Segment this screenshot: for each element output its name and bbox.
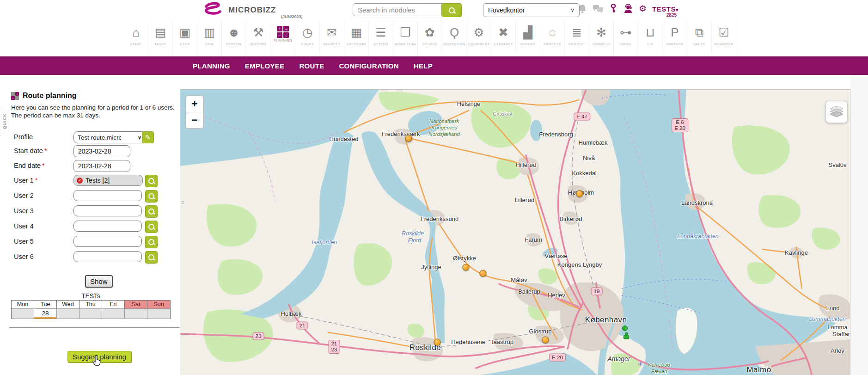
user-search-button[interactable] (145, 221, 158, 233)
calendar-day-cell[interactable] (12, 308, 34, 319)
start-date-input[interactable] (73, 145, 130, 157)
module-item[interactable]: PLANNING (271, 21, 295, 55)
module-icon: ⚙ (473, 23, 484, 42)
search-icon (449, 7, 455, 13)
user-search-button[interactable] (145, 205, 158, 218)
notifications-bell-icon[interactable] (578, 4, 587, 14)
calendar-day-cell[interactable] (102, 308, 125, 319)
edit-profile-button[interactable]: ✎ (142, 131, 154, 143)
zoom-in-button[interactable]: + (186, 96, 203, 112)
module-label: COURSE (422, 43, 438, 46)
module-icon: ✉ (327, 23, 337, 42)
module-item[interactable]: ☑ REMINDER (712, 21, 736, 55)
remove-user-icon[interactable] (77, 178, 83, 184)
menu-item[interactable]: HELP (414, 62, 433, 70)
calendar-day-cell[interactable]: 28 (34, 308, 57, 319)
user-field[interactable] (73, 221, 142, 232)
module-item[interactable]: ⚒ SUPPORT (246, 21, 271, 55)
user-field[interactable] (73, 251, 142, 262)
profile-select[interactable]: Test route.micrc ∨ (73, 131, 146, 143)
module-item[interactable]: Ϙ INSPECTION (442, 21, 467, 55)
module-item[interactable]: ◷ HOURS (295, 21, 320, 55)
menu-item[interactable]: EMPLOYEE (245, 62, 285, 70)
module-item[interactable]: ⚙ EQUIPMENT (467, 21, 491, 55)
module-item[interactable]: ≣ PROJECT (565, 21, 589, 55)
route-stop-marker[interactable] (576, 191, 583, 197)
user-search-button[interactable] (145, 190, 158, 203)
module-item[interactable]: ◌ PROCESS (540, 21, 565, 55)
profile-label: Profile (14, 133, 33, 141)
user-field[interactable]: Tests [2] (73, 175, 143, 186)
calendar-day-cell[interactable] (147, 308, 170, 319)
end-date-input[interactable] (73, 160, 130, 172)
module-item[interactable]: ▣ USER (173, 21, 197, 55)
user-field[interactable] (73, 236, 142, 247)
module-item[interactable]: ▟ REPORT (516, 21, 540, 55)
route-stop-marker[interactable] (434, 339, 441, 346)
module-icon: ◷ (302, 23, 313, 42)
support-agent-icon[interactable] (623, 4, 633, 14)
key-icon[interactable] (609, 4, 617, 14)
module-item[interactable]: ⌂ START (124, 21, 148, 55)
module-label: INSPECTION (443, 43, 465, 46)
module-label: EQUIPMENT (468, 43, 489, 46)
module-label: START (130, 43, 142, 46)
module-label: PROJECT (568, 43, 585, 46)
module-item[interactable]: ☰ SYSTEM (369, 21, 393, 55)
microbizz-logo-icon[interactable] (202, 2, 224, 19)
module-item[interactable]: ⊔ EDI (638, 21, 663, 55)
quick-tab[interactable]: QUICK (0, 106, 9, 136)
module-item[interactable]: ☻ PERSON (222, 21, 246, 55)
calendar-day-cell[interactable] (79, 308, 102, 319)
route-stop-marker[interactable] (480, 270, 487, 277)
search-icon (148, 209, 154, 215)
module-item[interactable]: ✻ CONNECT (589, 21, 614, 55)
route-stop-marker[interactable] (463, 264, 470, 271)
map-layers-button[interactable] (825, 101, 848, 123)
calendar-day-header: Sat (125, 301, 147, 308)
menu-item[interactable]: ROUTE (299, 62, 324, 70)
required-asterisk: * (34, 177, 38, 184)
route-stop-marker[interactable] (405, 135, 412, 142)
user-menu-label: TESTS (652, 5, 676, 13)
module-label: SUPPORT (250, 43, 267, 46)
calendar-day-header: Thu (79, 301, 102, 308)
user-position-marker[interactable] (622, 326, 628, 331)
module-item[interactable]: ▤ TASKS (148, 21, 173, 55)
module-item[interactable]: ⧉ SALES (687, 21, 712, 55)
user-field[interactable] (73, 205, 142, 216)
module-icon: ◌ (549, 23, 556, 42)
module-item[interactable]: ✿ COURSE (418, 21, 442, 55)
map-base-layer (180, 90, 850, 375)
module-label: WORK PLAN (395, 43, 416, 46)
route-map[interactable]: HelsingeGribskovNationalparkKongernesNor… (180, 89, 850, 375)
user-search-button[interactable] (145, 236, 158, 248)
calendar-day-cell[interactable] (125, 308, 147, 319)
calendar-day-header: Tue (34, 301, 57, 308)
show-button[interactable]: Show (85, 275, 113, 288)
menu-item[interactable]: PLANNING (193, 62, 230, 70)
menu-item[interactable]: CONFIGURATION (339, 62, 398, 70)
zoom-out-button[interactable]: − (186, 112, 203, 128)
search-button[interactable] (441, 3, 462, 17)
user-search-button[interactable] (145, 251, 158, 264)
user-label: User 2 (14, 192, 34, 199)
user-position-marker[interactable] (623, 332, 629, 338)
user-search-button[interactable] (145, 175, 158, 187)
route-stop-marker[interactable] (542, 337, 549, 344)
module-icon: ✿ (425, 23, 435, 42)
module-item[interactable]: P PARTNER (663, 21, 687, 55)
module-item[interactable]: ✖ EXTRANET (491, 21, 516, 55)
settings-gear-icon[interactable]: ⚙ (639, 4, 647, 13)
module-item[interactable]: ▦ CALENDAR (344, 21, 369, 55)
module-item[interactable]: ▥ CRM (197, 21, 222, 55)
user-field[interactable] (73, 190, 142, 201)
messages-chat-icon[interactable] (593, 4, 604, 13)
module-item[interactable]: ❒ WORK PLAN (393, 21, 418, 55)
module-item[interactable]: ✉ INVOICES (320, 21, 344, 55)
user-menu[interactable]: TESTS▾ (652, 5, 679, 13)
calendar-day-cell[interactable] (57, 308, 79, 319)
module-item[interactable]: ⊶ DRIVE (614, 21, 638, 55)
search-input[interactable] (353, 3, 447, 16)
department-select[interactable]: Hovedkontor ∨ (483, 3, 580, 17)
